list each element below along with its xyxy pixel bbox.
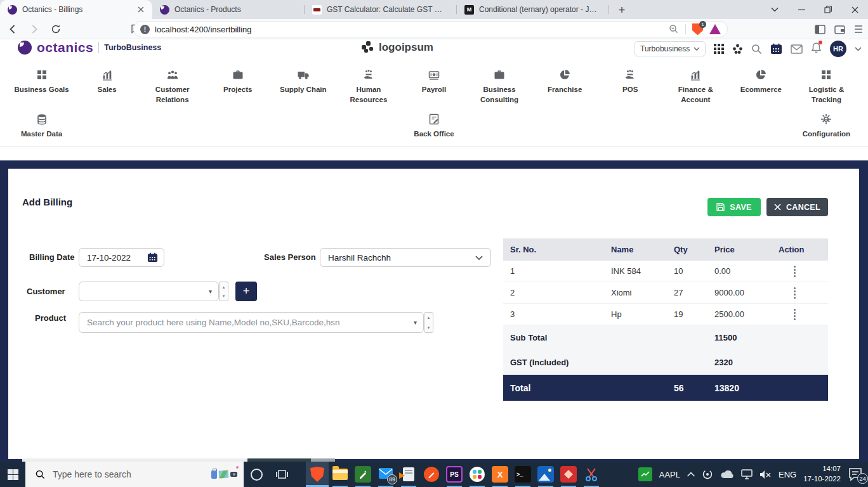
- calendar-icon[interactable]: [770, 43, 782, 55]
- billing-date-field[interactable]: [79, 248, 164, 267]
- cortana-button[interactable]: [244, 462, 269, 487]
- taskbar-phpstorm[interactable]: PS: [443, 462, 466, 487]
- product-search-input[interactable]: [79, 318, 414, 327]
- document-edit-icon: [428, 113, 440, 126]
- start-button[interactable]: [0, 462, 25, 487]
- sidebar-icon[interactable]: [815, 25, 825, 34]
- tab-gst-calculator[interactable]: GST Calculator: Calculate GST Rates in: [305, 0, 457, 19]
- nav-back-office[interactable]: Back Office: [401, 113, 466, 140]
- back-icon[interactable]: [4, 20, 22, 38]
- workspace-select[interactable]: Turbobusiness: [635, 41, 706, 56]
- row-actions-menu-icon[interactable]: [779, 287, 828, 299]
- search-icon[interactable]: [751, 44, 762, 55]
- nav-pos[interactable]: POS: [598, 68, 663, 105]
- customer-stepper[interactable]: ▴▾: [219, 282, 228, 301]
- nav-payroll[interactable]: Payroll: [401, 68, 466, 105]
- mail-icon[interactable]: [791, 44, 803, 54]
- taskbar-diamond-app[interactable]: [557, 462, 580, 487]
- nav-business-consulting[interactable]: Business Consulting: [467, 68, 532, 105]
- tab-octanics-products[interactable]: Octanics - Products: [152, 0, 305, 19]
- nav-projects[interactable]: Projects: [205, 68, 270, 105]
- nav-supply-chain[interactable]: Supply Chain: [270, 68, 336, 105]
- volume-muted-icon[interactable]: [760, 470, 772, 479]
- tab-octanics-billings[interactable]: Octanics - Billings: [0, 0, 152, 19]
- action-center-icon[interactable]: 24: [848, 467, 864, 481]
- add-customer-button[interactable]: +: [235, 282, 257, 301]
- nav-sales[interactable]: Sales: [74, 68, 140, 105]
- search-highlight-graphic[interactable]: [211, 471, 237, 479]
- avatar[interactable]: HR: [830, 41, 846, 57]
- page-title: Add Billing: [22, 197, 72, 207]
- menu-icon[interactable]: [854, 25, 863, 33]
- taskbar-xampp[interactable]: X: [489, 462, 511, 487]
- dropdown-caret-icon[interactable]: ▾: [209, 288, 212, 295]
- task-view-button[interactable]: [269, 462, 294, 487]
- stock-ticker[interactable]: AAPL: [659, 470, 680, 479]
- wallet-icon[interactable]: [834, 25, 845, 34]
- sales-person-value: Harshil Rachchh: [328, 253, 391, 263]
- site-info-icon[interactable]: !: [140, 25, 150, 34]
- product-search-combobox[interactable]: ▾: [79, 312, 424, 333]
- restore-icon[interactable]: [815, 0, 841, 19]
- zoom-out-icon[interactable]: [669, 24, 679, 34]
- billing-date-input[interactable]: [79, 253, 147, 263]
- taskbar-cmd[interactable]: >_: [511, 462, 534, 487]
- taskbar-orange-pen-app[interactable]: [420, 462, 443, 487]
- taskbar-notes-app[interactable]: [352, 462, 374, 487]
- taskbar-snipping-tool[interactable]: [580, 462, 603, 487]
- window-controls: [761, 0, 868, 19]
- close-window-icon[interactable]: [841, 0, 868, 19]
- taskbar-search[interactable]: Type here to search: [25, 462, 244, 487]
- nav-business-goals[interactable]: Business Goals: [9, 68, 74, 105]
- calendar-icon[interactable]: [147, 252, 158, 263]
- brave-rewards-icon[interactable]: [709, 24, 721, 34]
- row-actions-menu-icon[interactable]: [779, 266, 828, 277]
- tab-search-chevron-icon[interactable]: [761, 0, 788, 19]
- cancel-button[interactable]: CANCEL: [766, 198, 828, 216]
- subtotal-row: Sub Total 11500: [503, 325, 828, 350]
- onedrive-icon[interactable]: [720, 470, 734, 479]
- url-text[interactable]: localhost:4200/insertbilling: [155, 25, 669, 34]
- minimize-icon[interactable]: [788, 0, 815, 19]
- taskbar-slack[interactable]: [466, 462, 489, 487]
- tab-mdn-ternary[interactable]: M Conditional (ternary) operator - JavaS…: [457, 0, 609, 19]
- forward-icon[interactable]: [25, 20, 43, 38]
- new-tab-button[interactable]: +: [613, 1, 631, 19]
- nav-master-data[interactable]: Master Data: [9, 113, 74, 140]
- apps-grid-icon[interactable]: [714, 44, 724, 54]
- nav-ecommerce[interactable]: Ecommerce: [728, 68, 794, 105]
- nav-franchise[interactable]: Franchise: [532, 68, 598, 105]
- asterisk-mark-icon[interactable]: [732, 44, 743, 55]
- language-indicator[interactable]: ENG: [779, 470, 796, 479]
- customer-input[interactable]: [79, 287, 209, 296]
- taskbar-photos[interactable]: [534, 462, 557, 487]
- profile-chevron-icon[interactable]: [855, 47, 862, 51]
- sales-person-select[interactable]: Harshil Rachchh: [320, 248, 491, 267]
- address-bar[interactable]: ! localhost:4200/insertbilling 1: [133, 21, 728, 37]
- nav-customer-relations[interactable]: Customer Relations: [140, 68, 205, 105]
- row-actions-menu-icon[interactable]: [779, 309, 828, 320]
- tray-camera-icon[interactable]: [702, 469, 713, 480]
- tab-title: Octanics - Products: [174, 5, 293, 14]
- taskbar-file-explorer[interactable]: [329, 462, 352, 487]
- taskbar-document-app[interactable]: [397, 462, 420, 487]
- reload-icon[interactable]: [47, 20, 65, 38]
- tab-close-icon[interactable]: [136, 4, 146, 15]
- network-icon[interactable]: [741, 469, 753, 479]
- taskbar-clock[interactable]: 14:07 17-10-2022: [803, 464, 841, 484]
- nav-configuration[interactable]: Configuration: [794, 113, 859, 140]
- nav-finance-account[interactable]: Finance & Account: [663, 68, 728, 105]
- product-stepper[interactable]: ▴▾: [424, 312, 433, 333]
- octanics-logo[interactable]: octanics TurboBusiness: [18, 40, 161, 55]
- hidden-icons-chevron[interactable]: [687, 472, 695, 477]
- nav-logistic-tracking[interactable]: Logistic & Tracking: [794, 68, 859, 105]
- brave-shield-icon[interactable]: 1: [692, 23, 703, 36]
- customer-combobox[interactable]: ▾: [79, 282, 219, 301]
- dropdown-caret-icon[interactable]: ▾: [414, 319, 417, 326]
- stocks-widget-icon[interactable]: [638, 467, 652, 481]
- save-button[interactable]: SAVE: [707, 198, 761, 216]
- taskbar-mail[interactable]: 89: [374, 462, 397, 487]
- taskbar-brave[interactable]: [306, 462, 329, 487]
- nav-human-resources[interactable]: Human Resources: [336, 68, 401, 105]
- notifications-bell-icon[interactable]: [811, 42, 822, 56]
